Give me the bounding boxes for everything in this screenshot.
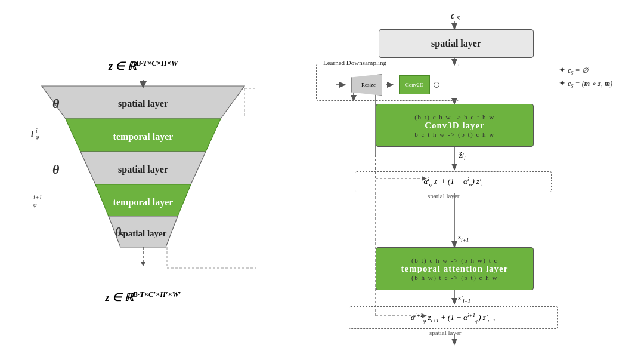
condition-2: ✦ cS = (m ∘ z, m) bbox=[559, 78, 612, 89]
svg-text:θ: θ bbox=[115, 226, 122, 239]
svg-text:S: S bbox=[457, 15, 460, 21]
resize-box: Resize bbox=[351, 74, 382, 96]
temporal-main-label: temporal attention layer bbox=[401, 264, 509, 274]
svg-text:spatial layer: spatial layer bbox=[118, 164, 168, 175]
zi-plus1-label: zi+1 bbox=[458, 232, 469, 243]
top-formula: z ∈ ℝB·T×C×H×W bbox=[109, 59, 178, 73]
funnel-diagram: θ spatial layer temporal layer φ l i φ θ… bbox=[30, 80, 256, 283]
svg-text:spatial layer: spatial layer bbox=[118, 99, 168, 109]
zi-prime-label: z′i bbox=[459, 150, 465, 161]
svg-text:spatial layer: spatial layer bbox=[120, 229, 167, 238]
temporal-top-label: (b t) c h w -> (b h w) t c bbox=[411, 257, 498, 264]
svg-text:temporal layer: temporal layer bbox=[113, 197, 174, 208]
svg-text:φ: φ bbox=[187, 196, 194, 210]
svg-text:φ: φ bbox=[36, 133, 39, 140]
blend-formula-1-box: αiφ zi + (1 − αiφ) z′i bbox=[355, 171, 552, 192]
svg-text:i+1: i+1 bbox=[33, 194, 42, 201]
conv3d-bottom-label: b c t h w -> (b t) c h w bbox=[414, 131, 494, 138]
blend-formula-2: αi+1φ zi+1 + (1 − αi+1φ) z′i+1 bbox=[411, 312, 496, 324]
temporal-box: (b t) c h w -> (b h w) t c temporal atte… bbox=[376, 247, 534, 290]
blend-formula-1: αiφ zi + (1 − αiφ) z′i bbox=[423, 176, 482, 187]
flow-container: c S bbox=[283, 11, 617, 352]
bottom-formula: z ∈ ℝB·T×C′×H′×W′ bbox=[106, 290, 181, 304]
spatial-bottom-label: spatial layer bbox=[429, 329, 461, 336]
svg-text:c: c bbox=[451, 11, 455, 20]
svg-text:θ: θ bbox=[52, 96, 60, 111]
condition-1: ✦ cS = ∅ bbox=[559, 65, 612, 76]
right-panel: c S bbox=[274, 11, 626, 358]
spatial-mid-label: spatial layer bbox=[428, 192, 459, 199]
condition-2-label: cS = (m ∘ z, m) bbox=[568, 79, 612, 88]
svg-text:l: l bbox=[31, 130, 33, 139]
blend-formula-2-box: αi+1φ zi+1 + (1 − αi+1φ) z′i+1 bbox=[349, 306, 558, 329]
conv2d-label: Conv2D bbox=[405, 82, 424, 88]
temporal-bottom-label: (b h w) t c -> (b t) c h w bbox=[411, 274, 498, 281]
svg-text:φ: φ bbox=[33, 201, 37, 208]
conv3d-top-label: (b t) c h w -> b c t h w bbox=[414, 113, 494, 121]
svg-text:temporal layer: temporal layer bbox=[113, 131, 174, 142]
spatial-layer-top-box: spatial layer bbox=[379, 29, 534, 58]
condition-1-label: cS = ∅ bbox=[568, 66, 588, 75]
left-panel: z ∈ ℝB·T×C×H×W θ spatial layer temporal … bbox=[18, 11, 268, 352]
main-container: z ∈ ℝB·T×C×H×W θ spatial layer temporal … bbox=[6, 5, 638, 358]
downsampling-label: Learned Downsampling bbox=[321, 59, 388, 66]
svg-text:φ: φ bbox=[215, 130, 222, 144]
zi-plus1-prime-label: z′i+1 bbox=[458, 293, 470, 304]
conv2d-box: Conv2D bbox=[399, 75, 430, 94]
merge-dot bbox=[434, 82, 439, 88]
spatial-layer-top-label: spatial layer bbox=[431, 38, 481, 49]
downsampling-box: Learned Downsampling Resize Conv2D bbox=[316, 64, 459, 101]
svg-text:θ: θ bbox=[52, 162, 60, 177]
resize-label: Resize bbox=[361, 82, 376, 88]
conditions-box: ✦ cS = ∅ ✦ cS = (m ∘ z, m) bbox=[559, 65, 612, 90]
conv3d-box: (b t) c h w -> b c t h w Conv3D layer b … bbox=[376, 104, 534, 147]
conv3d-main-label: Conv3D layer bbox=[425, 121, 485, 131]
downsampling-inner: Resize Conv2D bbox=[317, 67, 459, 103]
svg-marker-23 bbox=[141, 262, 145, 266]
